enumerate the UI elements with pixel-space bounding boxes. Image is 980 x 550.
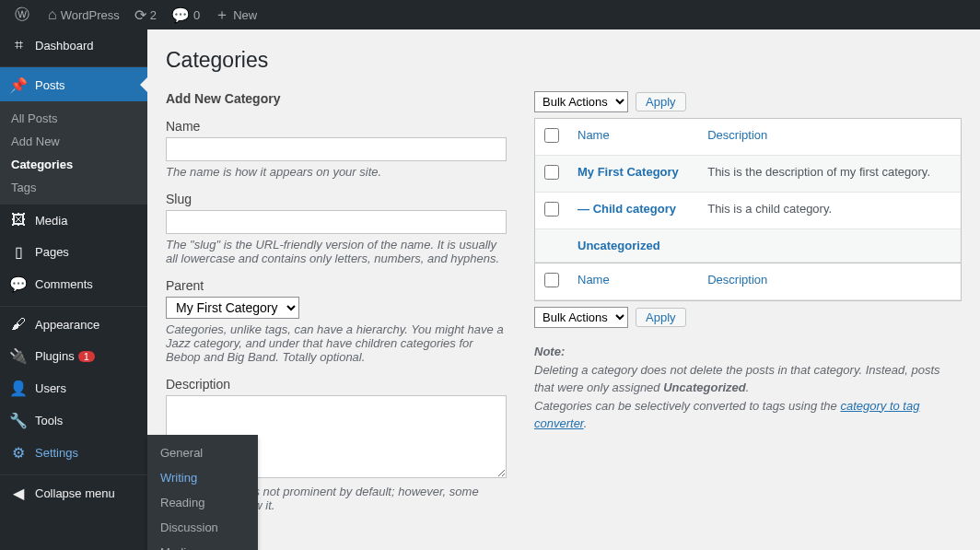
wordpress-logo[interactable]: ⓦ [7, 0, 41, 29]
pin-icon: 📌 [9, 76, 28, 94]
table-row: — Child category This is a child categor… [535, 193, 961, 229]
dashboard-icon: ⌗ [9, 37, 28, 53]
plus-icon: ＋ [215, 6, 229, 25]
table-row: My First Category This is the descriptio… [535, 156, 961, 193]
brush-icon: 🖌 [9, 316, 28, 333]
menu-label: Tools [35, 414, 63, 427]
submenu-all-posts[interactable]: All Posts [0, 107, 147, 130]
home-icon: ⌂ [48, 6, 57, 23]
col-name-header[interactable]: Name [568, 119, 698, 156]
parent-select[interactable]: My First Category [166, 297, 299, 319]
collapse-menu[interactable]: ◀Collapse menu [0, 474, 147, 509]
col-desc-footer[interactable]: Description [698, 263, 961, 300]
menu-label: Users [35, 381, 66, 395]
submenu-add-new[interactable]: Add New [0, 130, 147, 153]
page-title: Categories [166, 48, 962, 73]
menu-comments[interactable]: 💬Comments [0, 268, 147, 300]
parent-label: Parent [166, 278, 507, 293]
menu-label: Plugins [35, 349, 75, 363]
submenu-posts: All Posts Add New Categories Tags [0, 101, 147, 205]
col-name-footer[interactable]: Name [568, 263, 698, 300]
name-label: Name [166, 119, 507, 134]
menu-users[interactable]: 👤Users [0, 372, 147, 404]
menu-label: Pages [35, 245, 69, 259]
tablenav-top: Bulk Actions Apply [534, 91, 962, 112]
category-link[interactable]: Uncategorized [578, 239, 660, 252]
users-icon: 👤 [9, 380, 28, 397]
pages-icon: ▯ [9, 243, 28, 261]
new-label: New [233, 8, 257, 22]
flyout-reading[interactable]: Reading [147, 490, 258, 515]
menu-appearance[interactable]: 🖌Appearance [0, 306, 147, 340]
comments-link[interactable]: 💬0 [164, 0, 207, 29]
updates-count: 2 [150, 8, 157, 22]
flyout-writing[interactable]: Writing [147, 465, 258, 490]
categories-note: Note: Deleting a category does not delet… [534, 343, 962, 433]
category-link[interactable]: — Child category [578, 202, 676, 216]
menu-tools[interactable]: 🔧Tools [0, 404, 147, 437]
tablenav-bottom: Bulk Actions Apply [534, 307, 962, 328]
slug-input[interactable] [166, 210, 507, 234]
admin-toolbar: ⓦ ⌂WordPress ⟳2 💬0 ＋New [0, 0, 980, 29]
category-link[interactable]: My First Category [578, 165, 679, 179]
form-title: Add New Category [166, 91, 507, 106]
row-checkbox[interactable] [544, 165, 559, 180]
category-description: This is the description of my first cate… [698, 156, 961, 193]
flyout-general[interactable]: General [147, 440, 258, 465]
updates-link[interactable]: ⟳2 [127, 0, 164, 29]
table-row: Uncategorized [535, 229, 961, 263]
select-all-bottom[interactable] [544, 273, 559, 287]
site-name: WordPress [61, 8, 120, 22]
menu-media[interactable]: 🖾Media [0, 205, 147, 236]
menu-label: Media [35, 214, 67, 228]
flyout-discussion[interactable]: Discussion [147, 515, 258, 540]
menu-plugins[interactable]: 🔌Plugins1 [0, 340, 147, 372]
main-content: Categories Add New Category Name The nam… [147, 29, 980, 550]
wordpress-logo-icon: ⓦ [15, 6, 29, 25]
site-link[interactable]: ⌂WordPress [41, 0, 127, 29]
submenu-categories[interactable]: Categories [0, 153, 147, 176]
plugins-badge: 1 [78, 351, 95, 362]
parent-help: Categories, unlike tags, can have a hier… [166, 322, 507, 364]
bulk-actions-select-bottom[interactable]: Bulk Actions [534, 307, 628, 328]
bulk-actions-select-top[interactable]: Bulk Actions [534, 91, 628, 112]
menu-dashboard[interactable]: ⌗Dashboard [0, 29, 147, 61]
category-description: This is a child category. [698, 193, 961, 229]
update-icon: ⟳ [134, 6, 146, 24]
admin-sidebar: ⌗Dashboard 📌Posts All Posts Add New Cate… [0, 29, 147, 550]
menu-label: Appearance [35, 318, 99, 332]
menu-label: Settings [35, 446, 78, 460]
row-checkbox[interactable] [544, 202, 559, 216]
name-input[interactable] [166, 137, 507, 161]
menu-label: Dashboard [35, 39, 94, 53]
menu-label: Comments [35, 277, 93, 291]
comments-icon: 💬 [9, 275, 28, 293]
collapse-icon: ◀ [9, 485, 28, 502]
menu-pages[interactable]: ▯Pages [0, 236, 147, 268]
menu-label: Posts [35, 78, 65, 92]
category-description [698, 229, 961, 263]
flyout-media[interactable]: Media [147, 540, 258, 550]
note-label: Note: [534, 345, 565, 358]
comments-count: 0 [193, 8, 200, 22]
submenu-tags[interactable]: Tags [0, 176, 147, 199]
categories-table: Name Description My First Category This … [534, 118, 962, 301]
apply-button-top[interactable]: Apply [636, 92, 686, 111]
col-desc-header[interactable]: Description [698, 119, 961, 156]
sliders-icon: ⚙ [9, 444, 28, 462]
menu-settings[interactable]: ⚙Settings [0, 437, 147, 469]
note-uncategorized: Uncategorized [663, 380, 746, 394]
wrench-icon: 🔧 [9, 412, 28, 429]
apply-button-bottom[interactable]: Apply [636, 308, 686, 327]
menu-posts[interactable]: 📌Posts [0, 66, 147, 101]
name-help: The name is how it appears on your site. [166, 165, 507, 179]
slug-help: The "slug" is the URL-friendly version o… [166, 238, 507, 265]
media-icon: 🖾 [9, 212, 28, 228]
categories-list-panel: Bulk Actions Apply Name Description [534, 91, 962, 525]
slug-label: Slug [166, 192, 507, 206]
select-all-top[interactable] [544, 128, 559, 143]
settings-flyout: General Writing Reading Discussion Media… [147, 435, 258, 550]
description-label: Description [166, 377, 507, 392]
comment-icon: 💬 [171, 6, 190, 24]
new-link[interactable]: ＋New [207, 0, 264, 29]
